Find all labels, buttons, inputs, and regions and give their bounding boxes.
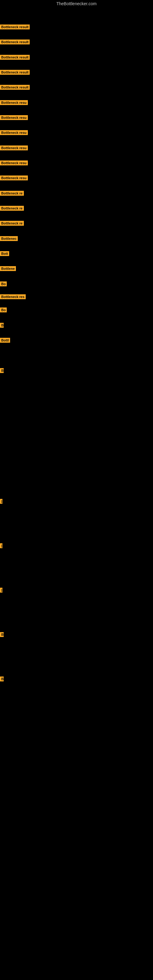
bottleneck-result-label: Bott (0, 251, 9, 256)
bottleneck-result-label: | (0, 499, 2, 504)
bottleneck-result-label: Bottleneck result (0, 70, 30, 75)
bottleneck-result-label: | (0, 588, 2, 593)
site-title: TheBottlenecker.com (0, 0, 153, 7)
bottleneck-result-label: Bottleneck resu (0, 115, 28, 120)
bottleneck-result-label: Bottlene (0, 266, 16, 271)
bottleneck-result-label: Bottlenec (0, 236, 18, 241)
bottleneck-result-label: Bottleneck resu (0, 130, 28, 135)
bottleneck-result-label: Bottleneck resu (0, 145, 28, 150)
bottleneck-result-label: B (0, 676, 4, 681)
bottleneck-result-label: Bottleneck resu (0, 161, 28, 165)
bottleneck-result-label: Bottleneck resu (0, 175, 28, 180)
bottleneck-result-label: Bo (0, 307, 7, 312)
bottleneck-result-label: Bottleneck re (0, 191, 24, 196)
bottleneck-result-label: Bottleneck resu (0, 100, 28, 105)
bottleneck-result-label: Bottleneck re (0, 221, 24, 226)
bottleneck-result-label: Bottleneck re (0, 206, 24, 211)
bottleneck-result-label: B (0, 368, 4, 373)
bottleneck-result-label: Bottleneck res (0, 294, 26, 299)
bottleneck-result-label: Bottleneck result (0, 85, 30, 90)
bottleneck-result-label: Bottl (0, 338, 10, 343)
bottleneck-result-label: Bo (0, 282, 7, 286)
bottleneck-result-label: B (0, 632, 4, 637)
bottleneck-result-label: Bottleneck result (0, 40, 30, 45)
bottleneck-result-label: Bottleneck result (0, 55, 30, 60)
bottleneck-result-label: B (0, 323, 4, 328)
bottleneck-result-label: | (0, 543, 2, 548)
bottleneck-result-label: Bottleneck result (0, 24, 30, 29)
